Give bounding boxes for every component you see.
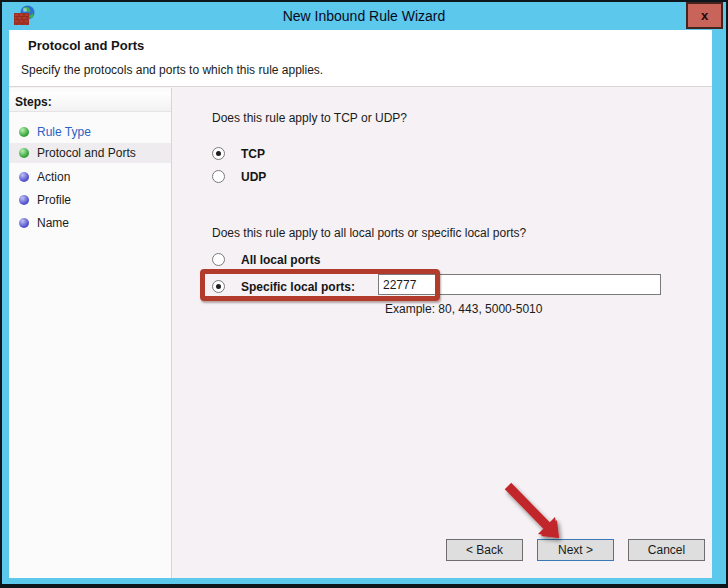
step-label: Protocol and Ports — [37, 146, 136, 160]
radio-tcp-selected[interactable] — [212, 147, 225, 160]
back-button[interactable]: < Back — [446, 539, 523, 561]
close-icon: x — [701, 9, 708, 22]
radio-label-specific-local-ports: Specific local ports: — [241, 280, 355, 294]
radio-all-local-ports[interactable] — [212, 253, 225, 266]
step-label: Profile — [37, 193, 71, 207]
window-frame: New Inbound Rule Wizard x Protocol and P… — [2, 2, 726, 584]
step-label: Name — [37, 216, 69, 230]
step-pending-bullet-icon — [19, 195, 29, 205]
title-bar: New Inbound Rule Wizard x — [2, 2, 726, 30]
step-name: Name — [9, 213, 171, 233]
steps-sidebar: Steps: Rule Type Protocol and Ports Acti… — [9, 88, 172, 578]
step-rule-type[interactable]: Rule Type — [9, 122, 171, 142]
step-done-bullet-icon — [19, 148, 29, 158]
question-ports: Does this rule apply to all local ports … — [212, 226, 526, 240]
radio-label-udp: UDP — [241, 170, 266, 184]
steps-heading: Steps: — [9, 92, 171, 112]
radio-udp[interactable] — [212, 170, 225, 183]
wizard-window: New Inbound Rule Wizard x Protocol and P… — [0, 0, 728, 588]
radio-label-tcp: TCP — [241, 147, 265, 161]
close-button[interactable]: x — [686, 2, 723, 29]
question-protocol: Does this rule apply to TCP or UDP? — [212, 111, 407, 125]
window-title: New Inbound Rule Wizard — [2, 8, 726, 24]
cancel-button[interactable]: Cancel — [628, 539, 705, 561]
specific-ports-input[interactable] — [378, 274, 661, 295]
radio-specific-local-ports-selected[interactable] — [212, 280, 225, 293]
radio-label-all-local-ports: All local ports — [241, 253, 320, 267]
step-pending-bullet-icon — [19, 218, 29, 228]
step-protocol-and-ports: Protocol and Ports — [9, 143, 171, 163]
page-header: Protocol and Ports Specify the protocols… — [9, 30, 712, 87]
page-subtitle: Specify the protocols and ports to which… — [21, 63, 323, 77]
step-label: Rule Type — [37, 125, 91, 139]
step-label: Action — [37, 170, 70, 184]
next-button[interactable]: Next > — [537, 539, 614, 561]
step-profile: Profile — [9, 190, 171, 210]
wizard-page: Protocol and Ports Specify the protocols… — [9, 30, 712, 578]
step-pending-bullet-icon — [19, 172, 29, 182]
step-action: Action — [9, 167, 171, 187]
step-done-bullet-icon — [19, 127, 29, 137]
example-hint: Example: 80, 443, 5000-5010 — [385, 302, 542, 316]
page-title: Protocol and Ports — [28, 38, 144, 53]
